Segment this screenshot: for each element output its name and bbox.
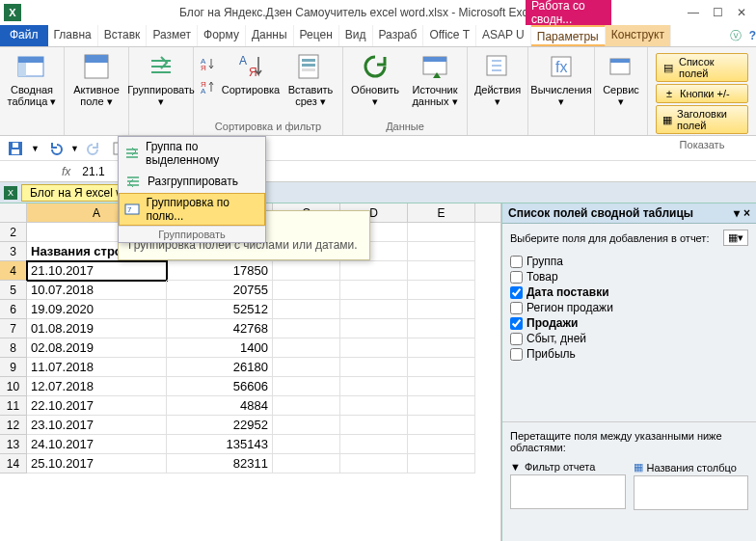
cell[interactable]: [340, 377, 408, 396]
save-button[interactable]: [6, 139, 25, 158]
cell[interactable]: [273, 300, 340, 319]
cell[interactable]: [340, 396, 408, 416]
cell[interactable]: [340, 416, 408, 435]
undo-button[interactable]: [45, 139, 65, 158]
cell[interactable]: 82311: [167, 454, 273, 473]
field-checkbox[interactable]: [510, 271, 523, 284]
headers-toggle[interactable]: ▦Заголовки полей: [656, 105, 748, 134]
tab-asap[interactable]: ASAP U: [476, 25, 531, 46]
sort-button[interactable]: АЯ Сортировка: [223, 49, 279, 97]
field-item[interactable]: Прибыль: [510, 346, 748, 362]
refresh-button[interactable]: Обновить ▾: [347, 49, 403, 109]
help-icon[interactable]: ?: [749, 29, 756, 42]
fx-icon[interactable]: fx: [54, 165, 78, 178]
cell[interactable]: [408, 338, 475, 358]
group-by-selection-item[interactable]: Группа по выделенному: [119, 137, 265, 170]
row-header[interactable]: 11: [0, 396, 27, 416]
tab-layout[interactable]: Размет: [147, 25, 198, 46]
field-item[interactable]: Товар: [510, 269, 748, 284]
col-header-e[interactable]: E: [408, 203, 475, 222]
cell[interactable]: [340, 435, 408, 454]
field-pane-options-icon[interactable]: ▾: [734, 206, 740, 220]
cell[interactable]: [340, 358, 408, 377]
cell[interactable]: [340, 319, 408, 338]
row-header[interactable]: 14: [0, 454, 27, 473]
tab-pivot-design[interactable]: Конструкт: [606, 25, 671, 46]
cell[interactable]: 19.09.2020: [27, 300, 167, 319]
row-header[interactable]: 3: [0, 242, 27, 261]
cell[interactable]: 135143: [167, 435, 273, 454]
tab-pivot-options[interactable]: Параметры: [531, 25, 606, 46]
tab-review[interactable]: Рецен: [294, 25, 339, 46]
cell[interactable]: [273, 358, 340, 377]
ungroup-item[interactable]: Разгруппировать: [119, 170, 265, 193]
file-tab[interactable]: Файл: [0, 25, 48, 46]
row-header[interactable]: 13: [0, 435, 27, 454]
service-button[interactable]: Сервис ▾: [599, 49, 643, 109]
cell[interactable]: [408, 377, 475, 396]
cell[interactable]: [408, 261, 475, 281]
cell[interactable]: [408, 281, 475, 300]
active-field-button[interactable]: Активное поле ▾: [68, 49, 124, 109]
row-header[interactable]: 6: [0, 300, 27, 319]
tab-insert[interactable]: Вставк: [98, 25, 148, 46]
tab-office[interactable]: Office T: [423, 25, 476, 46]
cell[interactable]: 42768: [167, 319, 273, 338]
redo-button[interactable]: [85, 139, 104, 158]
cell[interactable]: 23.10.2017: [27, 416, 167, 435]
columns-area-box[interactable]: [634, 475, 749, 510]
cell[interactable]: [408, 358, 475, 377]
cell[interactable]: 20755: [167, 281, 273, 300]
tab-view[interactable]: Вид: [339, 25, 373, 46]
field-item[interactable]: Регион продажи: [510, 300, 748, 315]
insert-slicer-button[interactable]: Вставить срез ▾: [283, 49, 338, 109]
cell[interactable]: 02.08.2019: [27, 338, 167, 358]
cell[interactable]: [273, 261, 340, 281]
field-checkbox[interactable]: [510, 333, 523, 345]
cell[interactable]: 1400: [167, 338, 273, 358]
cell[interactable]: [340, 281, 408, 300]
row-header[interactable]: 7: [0, 319, 27, 338]
sort-desc-button[interactable]: ЯА: [198, 76, 219, 97]
cell[interactable]: 01.08.2019: [27, 319, 167, 338]
cell[interactable]: 4884: [167, 396, 273, 416]
cell[interactable]: [273, 416, 340, 435]
field-item[interactable]: Продажи: [510, 315, 748, 331]
cell[interactable]: [273, 396, 340, 416]
cell[interactable]: [273, 454, 340, 473]
row-header[interactable]: 2: [0, 223, 27, 242]
cell[interactable]: [340, 338, 408, 358]
cell[interactable]: [408, 454, 475, 473]
actions-button[interactable]: Действия ▾: [472, 49, 524, 109]
cell[interactable]: [273, 377, 340, 396]
row-header[interactable]: 10: [0, 377, 27, 396]
field-item[interactable]: Группа: [510, 254, 748, 269]
field-checkbox[interactable]: [510, 317, 523, 330]
cell[interactable]: [408, 319, 475, 338]
cell[interactable]: 21.10.2017: [27, 261, 167, 281]
cell[interactable]: 11.07.2018: [27, 358, 167, 377]
maximize-icon[interactable]: ☐: [713, 6, 723, 19]
close-icon[interactable]: ✕: [737, 6, 746, 19]
cell[interactable]: [273, 281, 340, 300]
cell[interactable]: [408, 416, 475, 435]
field-checkbox[interactable]: [510, 286, 523, 299]
row-header[interactable]: 9: [0, 358, 27, 377]
cell[interactable]: [408, 435, 475, 454]
cell[interactable]: 56606: [167, 377, 273, 396]
cell[interactable]: [408, 396, 475, 416]
row-header[interactable]: 8: [0, 338, 27, 358]
pivot-table-button[interactable]: Сводная таблица ▾: [4, 49, 60, 109]
cell[interactable]: [273, 435, 340, 454]
cell[interactable]: 12.07.2018: [27, 377, 167, 396]
tab-data[interactable]: Данны: [246, 25, 294, 46]
cell[interactable]: 52512: [167, 300, 273, 319]
field-pane-close-icon[interactable]: ×: [743, 206, 750, 220]
datasource-button[interactable]: Источник данных ▾: [407, 49, 463, 109]
field-item[interactable]: Сбыт, дней: [510, 331, 748, 346]
qat-dropdown-icon[interactable]: ▼: [31, 144, 40, 153]
cell[interactable]: [340, 454, 408, 473]
minimize-icon[interactable]: —: [688, 6, 699, 19]
cell[interactable]: [408, 223, 475, 242]
cell[interactable]: 17850: [167, 261, 273, 281]
